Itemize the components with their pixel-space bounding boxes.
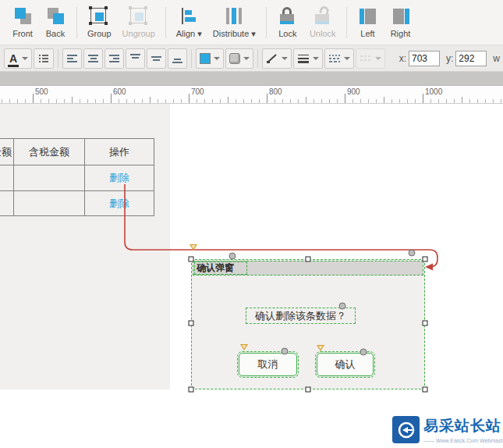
text-align-right-button[interactable] — [104, 48, 124, 69]
dropdown-caret-icon — [313, 57, 319, 60]
interaction-triangle-marker-icon — [190, 244, 197, 251]
selection-handle[interactable] — [306, 257, 311, 262]
y-coordinate-input[interactable] — [455, 51, 487, 66]
w-coordinate-label: w — [493, 53, 500, 64]
arrow-style-button[interactable] — [356, 48, 385, 69]
selection-handle[interactable] — [423, 321, 428, 326]
table-header-action: 操作 — [85, 139, 154, 165]
modal-panel-widget[interactable] — [191, 259, 425, 389]
footnote-circle-marker-icon — [339, 303, 346, 310]
valign-top-button[interactable] — [126, 48, 145, 69]
line-weight-icon — [297, 53, 310, 64]
ungroup-label: Ungroup — [122, 29, 155, 38]
site-watermark: 易采站长站 —— Www.Easck.Com Webmaster — [392, 416, 503, 443]
selection-handle[interactable] — [306, 387, 311, 393]
ruler-label: 800 — [269, 87, 282, 96]
line-style-dashed-icon — [328, 53, 341, 64]
site-logo-icon — [392, 416, 420, 443]
line-style-button[interactable] — [324, 48, 354, 69]
interaction-triangle-marker-icon — [317, 345, 324, 351]
line-color-button[interactable] — [262, 48, 292, 69]
footnote-circle-marker-icon — [282, 348, 289, 355]
align-edge-right-icon — [390, 6, 412, 27]
selection-handle[interactable] — [423, 387, 428, 393]
toolbar-separator — [266, 7, 267, 38]
x-coordinate-input[interactable] — [409, 51, 440, 66]
fill-color-button[interactable] — [196, 48, 224, 69]
ruler-label: 900 — [347, 87, 360, 96]
table-cell: 删除 — [85, 191, 154, 216]
left-label: Left — [360, 29, 374, 38]
selection-handle[interactable] — [189, 257, 194, 262]
group-selection-icon — [88, 6, 110, 27]
valign-bottom-icon — [172, 53, 183, 64]
shadow-button[interactable] — [225, 48, 253, 69]
text-align-left-button[interactable] — [62, 48, 82, 69]
table-row: 删除 — [0, 191, 154, 216]
dropdown-caret-icon — [214, 57, 220, 60]
dropdown-caret-icon — [344, 57, 350, 60]
dropdown-caret-icon — [243, 57, 250, 60]
table-header-row: 金额 含税金额 操作 — [0, 139, 154, 165]
text-align-left-icon — [66, 53, 78, 64]
lock-label: Lock — [278, 29, 296, 38]
group-button[interactable]: Group — [82, 2, 117, 43]
table-cell — [0, 191, 14, 216]
delete-link[interactable]: 删除 — [109, 172, 129, 183]
align-left-edge-button[interactable]: Left — [352, 2, 384, 43]
align-right-edge-button[interactable]: Right — [384, 2, 417, 43]
unlock-button[interactable]: Unlock — [304, 2, 342, 43]
dropdown-caret-icon — [22, 57, 28, 60]
selection-handle[interactable] — [189, 321, 194, 326]
interaction-triangle-marker-icon — [240, 344, 248, 350]
align-left-bars-icon — [178, 6, 200, 27]
panel-strip — [0, 72, 503, 86]
font-color-icon: A — [8, 53, 19, 64]
unlock-label: Unlock — [310, 29, 336, 38]
ruler-label: 700 — [191, 87, 204, 96]
toolbar-separator — [257, 49, 258, 68]
text-align-center-icon — [87, 53, 99, 64]
back-button[interactable]: Back — [39, 2, 72, 43]
table-header-tax-amount: 含税金额 — [14, 139, 85, 165]
valign-middle-icon — [151, 53, 162, 64]
mock-table-widget[interactable]: 金额 含税金额 操作 删除 删除 — [0, 138, 154, 216]
front-label: Front — [12, 29, 33, 38]
front-button[interactable]: Front — [6, 2, 39, 43]
toolbar-separator — [76, 7, 77, 38]
arrow-style-icon — [360, 53, 372, 64]
text-align-center-button[interactable] — [83, 48, 103, 69]
horizontal-ruler: 500 600 700 800 900 1000 — [0, 86, 503, 104]
table-cell — [14, 191, 85, 216]
font-color-button[interactable]: A — [4, 48, 32, 69]
selection-handle[interactable] — [423, 257, 428, 262]
group-label: Group — [87, 29, 112, 38]
valign-middle-button[interactable] — [147, 48, 166, 69]
line-weight-button[interactable] — [293, 48, 323, 69]
list-style-button[interactable] — [34, 48, 54, 69]
format-toolbar: A — [0, 45, 503, 72]
table-cell — [14, 165, 85, 191]
dropdown-caret-icon — [282, 57, 288, 60]
site-name: 易采站长站 — [423, 416, 503, 436]
distribute-menu-button[interactable]: Distribute ▾ — [207, 2, 261, 43]
design-canvas[interactable]: 金额 含税金额 操作 删除 删除 确认弹窗 确认删除该条 — [0, 104, 503, 447]
toolbar-separator — [58, 49, 58, 68]
cancel-button[interactable]: 取消 — [239, 353, 297, 376]
stacked-squares-front-icon — [12, 6, 34, 27]
modal-title-text[interactable]: 确认弹窗 — [194, 261, 247, 275]
distribute-bars-icon — [223, 6, 245, 27]
confirm-button[interactable]: 确认 — [317, 353, 374, 376]
ungroup-button[interactable]: Ungroup — [117, 2, 161, 43]
align-menu-button[interactable]: Align ▾ — [171, 2, 207, 43]
selection-handle[interactable] — [189, 387, 194, 393]
valign-bottom-button[interactable] — [168, 48, 187, 69]
footnote-circle-marker-icon — [409, 250, 416, 257]
distribute-label: Distribute ▾ — [213, 29, 256, 39]
delete-link[interactable]: 删除 — [109, 197, 129, 209]
line-color-pen-icon — [266, 53, 278, 64]
table-cell: 删除 — [85, 165, 154, 191]
lock-button[interactable]: Lock — [271, 2, 304, 43]
modal-message-text[interactable]: 确认删除该条数据？ — [246, 308, 356, 324]
y-coordinate-label: y: — [446, 53, 453, 64]
